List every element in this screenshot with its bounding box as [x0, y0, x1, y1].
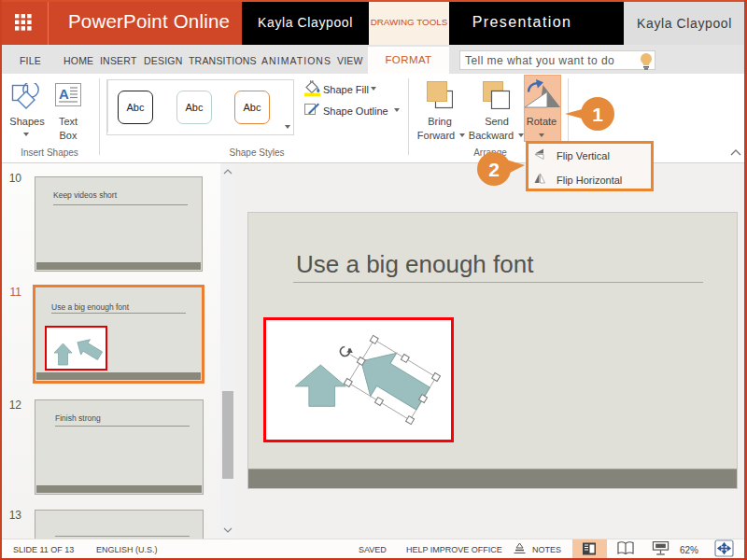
- svg-text:A: A: [59, 86, 69, 102]
- svg-text:1: 1: [592, 104, 603, 125]
- svg-text:2: 2: [488, 159, 500, 180]
